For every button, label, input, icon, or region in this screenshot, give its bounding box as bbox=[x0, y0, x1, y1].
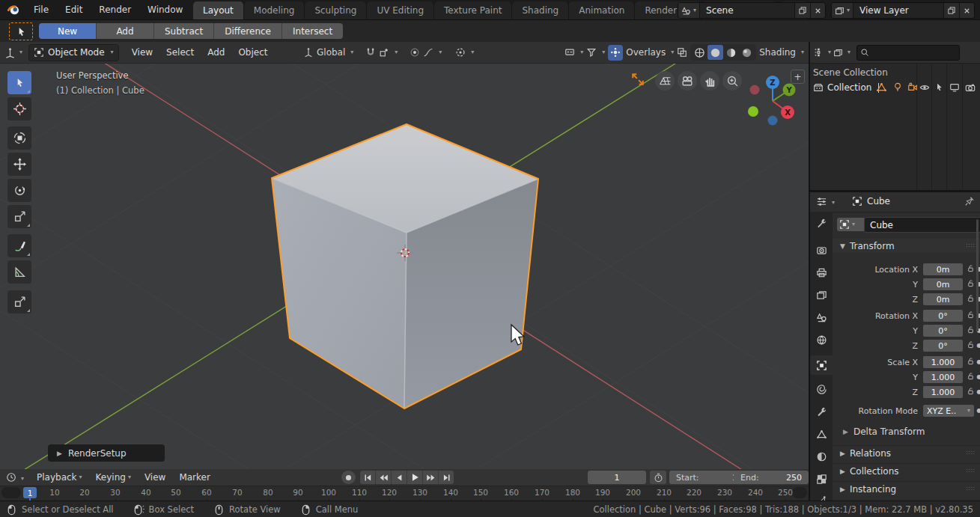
menu-render[interactable]: Render bbox=[91, 4, 139, 15]
shading-material-button[interactable] bbox=[723, 45, 739, 60]
object-name-field[interactable]: Cube bbox=[864, 217, 980, 233]
shading-wireframe-button[interactable] bbox=[692, 45, 707, 60]
proportional-editing-icon[interactable] bbox=[410, 47, 420, 58]
orientation-label[interactable]: Global bbox=[317, 47, 345, 58]
auto-keyframe-button[interactable] bbox=[650, 471, 666, 484]
orbit-gizmo-icon[interactable] bbox=[455, 47, 466, 58]
scene-selector[interactable]: ▾ Scene bbox=[678, 2, 826, 19]
gizmo-toggle[interactable] bbox=[608, 45, 623, 61]
mode-dropdown[interactable]: Object Mode ▾ bbox=[28, 44, 119, 61]
lock-icon[interactable] bbox=[967, 357, 975, 365]
tab-sculpting[interactable]: Sculpting bbox=[305, 1, 367, 19]
lock-icon[interactable] bbox=[967, 325, 975, 334]
playback-play-button[interactable] bbox=[407, 471, 423, 484]
properties-tab-texture[interactable] bbox=[810, 469, 833, 489]
pin-icon[interactable] bbox=[964, 196, 975, 207]
lock-icon[interactable] bbox=[967, 279, 975, 287]
menu-window[interactable]: Window bbox=[139, 4, 191, 15]
outliner-search-input[interactable] bbox=[872, 47, 950, 58]
playback-rewind-button[interactable] bbox=[376, 471, 392, 484]
tab-shading[interactable]: Shading bbox=[512, 1, 569, 19]
transform-value-field[interactable]: 1.000 bbox=[923, 371, 963, 383]
properties-tab-data[interactable] bbox=[810, 424, 833, 444]
tool-rotate-button[interactable] bbox=[7, 179, 31, 202]
render-disable-icon[interactable] bbox=[965, 82, 976, 93]
frame-end-field[interactable]: End: 250 bbox=[734, 471, 809, 484]
viewport-3d[interactable]: User Perspective (1) Collection | Cube Z bbox=[0, 64, 809, 469]
transform-value-field[interactable]: 0° bbox=[923, 310, 963, 322]
properties-tab-scene[interactable] bbox=[810, 308, 833, 327]
filter-icon[interactable] bbox=[586, 47, 597, 58]
timeline-menu-keying[interactable]: Keying▾ bbox=[89, 472, 138, 483]
current-frame-field[interactable]: 1 bbox=[588, 471, 646, 484]
tool-scale-button[interactable] bbox=[7, 205, 31, 228]
panel-grip[interactable]: ∷∷ bbox=[967, 242, 976, 249]
panel-grip[interactable]: ∷∷ bbox=[967, 486, 976, 492]
view-layer-selector[interactable]: ▾ View Layer bbox=[831, 2, 975, 19]
selectable-icon[interactable] bbox=[934, 82, 944, 92]
new-button[interactable]: New bbox=[39, 23, 97, 39]
active-tool-indicator[interactable] bbox=[9, 22, 33, 40]
properties-tab-modifier[interactable] bbox=[810, 402, 833, 421]
sidebar-expand-button[interactable]: + bbox=[791, 70, 805, 84]
tab-uv-editing[interactable]: UV Editing bbox=[367, 1, 434, 19]
overlays-label[interactable]: Overlays bbox=[626, 47, 666, 58]
panel-relations[interactable]: ▶Relations∷∷ bbox=[833, 445, 980, 460]
rotation-mode-dropdown[interactable]: XYZ E..▾ bbox=[923, 405, 974, 417]
panel-grip[interactable]: ∷∷ bbox=[967, 450, 976, 456]
playback-jump-start-button[interactable] bbox=[360, 471, 376, 484]
playback-forward-button[interactable] bbox=[423, 471, 439, 484]
scene-name[interactable]: Scene bbox=[700, 5, 794, 16]
lock-icon[interactable] bbox=[967, 264, 975, 272]
lock-icon[interactable] bbox=[967, 387, 975, 395]
tab-layout[interactable]: Layout bbox=[193, 1, 244, 19]
transform-value-field[interactable]: 1.000 bbox=[923, 386, 963, 398]
transform-value-field[interactable]: 0° bbox=[923, 340, 963, 352]
viewport-menu-object[interactable]: Object bbox=[231, 47, 274, 58]
animate-dot[interactable]: ● bbox=[975, 340, 980, 352]
animate-dot[interactable]: ● bbox=[975, 386, 980, 398]
viewport-menu-add[interactable]: Add bbox=[201, 47, 231, 58]
menu-edit[interactable]: Edit bbox=[57, 4, 91, 15]
tool-annotate-button[interactable] bbox=[7, 234, 31, 257]
mesh-object-icon[interactable] bbox=[876, 82, 887, 93]
tool-measure-button[interactable] bbox=[7, 260, 31, 284]
transform-orientation-icon[interactable] bbox=[303, 47, 314, 58]
add-button[interactable]: Add bbox=[97, 23, 154, 39]
intersect-button[interactable]: Intersect bbox=[282, 23, 343, 39]
blender-logo-icon[interactable] bbox=[6, 3, 21, 16]
view-layer-copy-button[interactable] bbox=[943, 3, 959, 18]
subtract-button[interactable]: Subtract bbox=[154, 23, 214, 39]
viewport-menu-select[interactable]: Select bbox=[159, 47, 201, 58]
panel-grip[interactable]: ∷∷ bbox=[967, 468, 976, 474]
viewport-canvas[interactable] bbox=[0, 64, 809, 469]
view-layer-remove-button[interactable] bbox=[959, 3, 974, 18]
tool-scale-cage-button[interactable] bbox=[7, 290, 31, 313]
nav-hand-button[interactable] bbox=[700, 71, 719, 91]
difference-button[interactable]: Difference bbox=[214, 23, 282, 39]
viewport-menu-view[interactable]: View bbox=[125, 47, 159, 58]
xray-toggle-icon[interactable] bbox=[677, 47, 687, 58]
view-layer-name[interactable]: View Layer bbox=[853, 5, 943, 16]
properties-editor-icon[interactable] bbox=[816, 196, 827, 207]
properties-tab-view-layer[interactable] bbox=[810, 285, 833, 305]
axis-neg-x[interactable] bbox=[750, 85, 760, 95]
scrollbar[interactable] bbox=[976, 219, 979, 331]
timeline-menu-view[interactable]: View bbox=[138, 472, 172, 483]
tool-cursor-button[interactable] bbox=[7, 97, 31, 120]
transform-value-field[interactable]: 0m bbox=[923, 293, 963, 305]
axis-neg-y[interactable] bbox=[748, 106, 758, 117]
shading-label[interactable]: Shading bbox=[759, 47, 796, 58]
rendersetup-panel[interactable]: ▶RenderSetup bbox=[48, 444, 165, 462]
properties-tab-material[interactable] bbox=[810, 447, 833, 466]
object-type-visibility-icon[interactable] bbox=[564, 47, 575, 58]
light-object-icon[interactable] bbox=[892, 82, 903, 92]
playback-jump-end-button[interactable] bbox=[439, 471, 454, 484]
axis-neg-z[interactable] bbox=[768, 116, 778, 126]
cube-object[interactable] bbox=[272, 124, 538, 409]
lock-icon[interactable] bbox=[967, 294, 975, 302]
lock-icon[interactable] bbox=[967, 340, 975, 349]
properties-tab-physics[interactable] bbox=[810, 379, 833, 399]
playback-prev-button[interactable] bbox=[392, 471, 407, 484]
properties-tab-object[interactable] bbox=[810, 355, 833, 375]
